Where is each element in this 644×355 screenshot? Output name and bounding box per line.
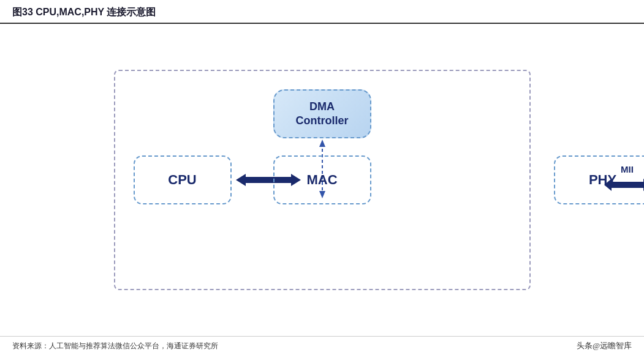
footer-brand: 头条@远瞻智库 [577,340,632,351]
phy-box: PHY [554,155,645,204]
dma-box: DMAController [273,89,371,138]
mac-label: MAC [306,172,337,188]
svg-marker-4 [236,174,246,186]
dma-label: DMAController [295,100,348,129]
diagram-area: DMAController CPU [0,24,644,336]
page-title: 图33 CPU,MAC,PHY 连接示意图 [12,7,156,17]
cpu-box: CPU [134,155,232,204]
footer-source: 资料来源：人工智能与推荐算法微信公众平台，海通证券研究所 [12,341,218,351]
cpu-label: CPU [168,172,196,188]
page-container: 图33 CPU,MAC,PHY 连接示意图 DMAController CPU [0,0,644,355]
mac-box: MAC [273,155,371,204]
header: 图33 CPU,MAC,PHY 连接示意图 [0,0,644,24]
footer: 资料来源：人工智能与推荐算法微信公众平台，海通证券研究所 头条@远瞻智库 [0,336,644,355]
cpu-outer-box: DMAController CPU [114,70,531,290]
svg-marker-1 [319,140,325,147]
phy-label: PHY [589,172,616,188]
